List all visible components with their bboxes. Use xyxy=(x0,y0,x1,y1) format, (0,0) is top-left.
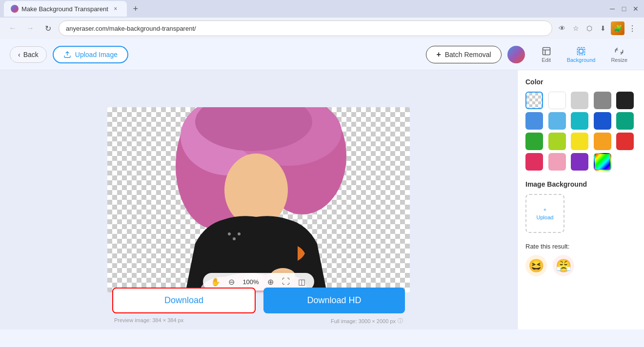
tab-favicon xyxy=(11,5,19,13)
info-icon: ⓘ xyxy=(398,317,403,325)
tab-close-button[interactable]: × xyxy=(111,4,120,13)
resize-icon xyxy=(614,46,624,56)
background-tool-button[interactable]: Background xyxy=(560,43,603,66)
color-lightgray[interactable] xyxy=(571,92,588,109)
new-tab-button[interactable]: + xyxy=(129,2,142,16)
address-icons: 👁 ☆ ⬡ ⬇ 🧩 ⋮ xyxy=(556,21,638,35)
edit-icon xyxy=(542,46,551,56)
download-area: Download Download HD Preview image: 384 … xyxy=(112,288,405,325)
image-container xyxy=(107,107,410,292)
browser-tab[interactable]: Make Background Transparent × xyxy=(4,1,127,17)
emoji-row: 😆 😤 xyxy=(525,255,636,276)
color-tealgreen[interactable] xyxy=(616,112,634,130)
eye-icon: 👁 xyxy=(556,22,568,34)
color-red[interactable] xyxy=(616,133,634,150)
upload-plus-icon: + xyxy=(543,207,546,212)
split-view-button[interactable]: ◫ xyxy=(296,276,307,288)
right-panel: Color xyxy=(517,70,644,329)
background-icon xyxy=(576,46,586,56)
forward-nav-button[interactable]: → xyxy=(23,21,37,35)
batch-removal-button[interactable]: + Batch Removal xyxy=(426,46,501,63)
angry-emoji-button[interactable]: 😤 xyxy=(553,255,574,276)
color-gradient[interactable] xyxy=(594,153,611,171)
close-window-button[interactable]: ✕ xyxy=(631,4,640,13)
zoom-out-button[interactable]: ⊖ xyxy=(225,276,237,288)
canvas-area: ✋ ⊖ 100% ⊕ ⛶ ◫ Download Download HD Prev… xyxy=(0,70,517,329)
color-purple[interactable] xyxy=(571,153,588,171)
svg-rect-1 xyxy=(578,47,585,55)
color-label: Color xyxy=(525,78,636,86)
preview-info: Preview image: 384 × 384 px xyxy=(114,317,183,325)
happy-emoji-button[interactable]: 😆 xyxy=(525,255,547,276)
image-bg-label: Image Background xyxy=(525,180,636,188)
processed-image xyxy=(107,107,410,292)
download-buttons: Download Download HD xyxy=(112,288,405,313)
color-gray[interactable] xyxy=(594,92,611,109)
download-icon[interactable]: ⬇ xyxy=(597,22,609,34)
resize-tool-button[interactable]: Resize xyxy=(604,43,634,66)
back-nav-button[interactable]: ← xyxy=(6,21,20,35)
minimize-button[interactable]: ─ xyxy=(608,4,617,13)
extension-icon[interactable]: ⬡ xyxy=(584,22,595,34)
address-input[interactable]: anyeraser.com/make-background-transparen… xyxy=(59,20,552,36)
upload-icon xyxy=(63,51,71,58)
color-white[interactable] xyxy=(548,92,566,109)
image-bg-section: Image Background + Upload xyxy=(525,180,636,233)
star-icon[interactable]: ☆ xyxy=(570,22,582,34)
edit-tool-button[interactable]: Edit xyxy=(535,43,558,66)
color-lime[interactable] xyxy=(548,133,566,150)
refresh-button[interactable]: ↻ xyxy=(41,21,55,35)
fullscreen-button[interactable]: ⛶ xyxy=(280,276,292,288)
back-chevron-icon: ‹ xyxy=(18,51,20,58)
title-bar: Make Background Transparent × + ─ □ ✕ xyxy=(0,0,644,18)
user-avatar[interactable] xyxy=(507,46,525,63)
upload-bg-button[interactable]: + Upload xyxy=(525,194,564,233)
svg-rect-0 xyxy=(543,47,550,55)
color-green[interactable] xyxy=(525,133,543,150)
svg-point-10 xyxy=(228,232,231,235)
pan-tool-icon[interactable]: ✋ xyxy=(210,276,221,288)
color-section: Color xyxy=(525,78,636,171)
color-teal[interactable] xyxy=(571,112,588,130)
rate-label: Rate this result: xyxy=(525,243,636,250)
full-image-info: Full image: 3000 × 2000 px xyxy=(331,318,396,324)
back-button[interactable]: ‹ Back xyxy=(10,46,47,63)
zoom-level: 100% xyxy=(241,278,261,286)
color-pinkred[interactable] xyxy=(525,153,543,171)
svg-rect-2 xyxy=(579,49,583,53)
zoom-in-button[interactable]: ⊕ xyxy=(264,276,276,288)
color-yellow[interactable] xyxy=(571,133,588,150)
tab-title: Make Background Transparent xyxy=(21,5,108,13)
app-header: ‹ Back Upload Image + Batch Removal Edit… xyxy=(0,39,644,70)
rate-section: Rate this result: 😆 😤 xyxy=(525,243,636,276)
color-transparent[interactable] xyxy=(525,92,543,109)
chrome-menu-icon[interactable]: ⋮ xyxy=(626,22,638,34)
upload-image-button[interactable]: Upload Image xyxy=(53,46,128,63)
color-black[interactable] xyxy=(616,92,634,109)
download-hd-button[interactable]: Download HD xyxy=(263,288,405,313)
download-button[interactable]: Download xyxy=(112,288,256,313)
browser-chrome: Make Background Transparent × + ─ □ ✕ ← … xyxy=(0,0,644,39)
address-bar: ← → ↻ anyeraser.com/make-background-tran… xyxy=(0,18,644,39)
app-container: ‹ Back Upload Image + Batch Removal Edit… xyxy=(0,39,644,329)
color-pink[interactable] xyxy=(548,153,566,171)
color-grid xyxy=(525,92,636,171)
tool-group: Edit Background Resize xyxy=(535,43,634,66)
color-orange[interactable] xyxy=(594,133,611,150)
chrome-extension[interactable]: 🧩 xyxy=(611,21,624,35)
svg-point-9 xyxy=(224,154,288,227)
main-area: ✋ ⊖ 100% ⊕ ⛶ ◫ Download Download HD Prev… xyxy=(0,70,644,329)
color-blue1[interactable] xyxy=(525,112,543,130)
color-sky[interactable] xyxy=(548,112,566,130)
color-darkblue[interactable] xyxy=(594,112,611,130)
maximize-button[interactable]: □ xyxy=(620,4,628,13)
svg-point-11 xyxy=(233,237,236,240)
plus-icon: + xyxy=(436,50,441,59)
window-controls: ─ □ ✕ xyxy=(608,4,640,13)
svg-point-12 xyxy=(238,232,241,235)
